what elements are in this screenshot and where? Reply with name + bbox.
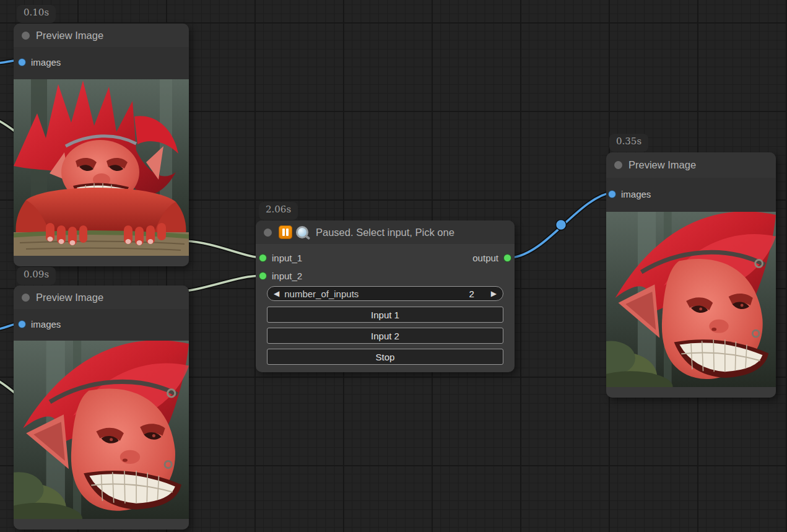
- increment-arrow-icon[interactable]: ▶: [491, 290, 497, 297]
- node-titlebar[interactable]: Paused. Select input, Pick one: [256, 220, 515, 244]
- slot-dot-images[interactable]: [18, 58, 26, 66]
- slot-label: images: [31, 57, 61, 68]
- slot-label: output: [472, 253, 498, 263]
- slot-dot-input-1[interactable]: [259, 254, 267, 262]
- node-graph-canvas[interactable]: 0.10s Preview Image images 0.09s Preview…: [0, 0, 787, 532]
- node-footer: [14, 519, 189, 530]
- widget-name: number_of_inputs: [284, 289, 359, 299]
- execution-time-badge: 2.06s: [259, 202, 298, 220]
- node-preview-image-3[interactable]: 0.35s Preview Image images: [606, 152, 776, 398]
- pause-icon: [279, 225, 292, 239]
- input-slot-images[interactable]: images: [606, 185, 776, 203]
- input-slot-images[interactable]: images: [14, 53, 189, 71]
- preview-thumbnail: [14, 79, 189, 256]
- wire-into-input-1[interactable]: [186, 241, 263, 258]
- node-title: Preview Image: [36, 30, 103, 41]
- wire-output-to-preview-3[interactable]: [511, 192, 614, 258]
- node-titlebar[interactable]: Preview Image: [606, 152, 776, 178]
- slot-dot-images[interactable]: [608, 190, 616, 198]
- execution-time-badge: 0.10s: [17, 5, 56, 23]
- preview-thumbnail: [14, 341, 189, 519]
- input-1-button[interactable]: Input 1: [267, 307, 503, 323]
- slot-label: images: [621, 189, 651, 199]
- node-title: Paused. Select input, Pick one: [316, 227, 454, 238]
- stop-button[interactable]: Stop: [267, 349, 503, 365]
- node-footer: [606, 387, 776, 398]
- widget-value: 2: [469, 289, 490, 299]
- collapse-dot[interactable]: [22, 294, 30, 302]
- link-midpoint-dot[interactable]: [556, 220, 567, 230]
- number-of-inputs-widget[interactable]: ◀ number_of_inputs 2 ▶: [267, 286, 503, 301]
- collapse-dot[interactable]: [614, 161, 622, 169]
- slot-dot-input-2[interactable]: [259, 272, 267, 280]
- execution-time-badge: 0.09s: [17, 267, 56, 285]
- wire-into-input-2[interactable]: [186, 276, 263, 291]
- collapse-dot[interactable]: [264, 229, 272, 237]
- node-title: Preview Image: [628, 159, 696, 171]
- decrement-arrow-icon[interactable]: ◀: [274, 290, 279, 297]
- node-footer: [14, 256, 189, 266]
- node-titlebar[interactable]: Preview Image: [14, 24, 189, 47]
- collapse-dot[interactable]: [22, 32, 30, 40]
- slot-label: images: [31, 319, 61, 329]
- input-2-button[interactable]: Input 2: [267, 328, 503, 344]
- node-title: Preview Image: [36, 292, 103, 303]
- node-pick-input[interactable]: 2.06s Paused. Select input, Pick one inp…: [256, 220, 515, 372]
- node-preview-image-2[interactable]: 0.09s Preview Image images: [14, 286, 189, 530]
- node-titlebar[interactable]: Preview Image: [14, 286, 189, 309]
- output-slot[interactable]: output: [469, 249, 511, 266]
- input-slot-images[interactable]: images: [14, 315, 189, 333]
- execution-time-badge: 0.35s: [609, 134, 648, 152]
- slot-label: input_1: [272, 253, 302, 263]
- input-slot-input-1[interactable]: input_1: [256, 249, 302, 266]
- slot-dot-output[interactable]: [503, 254, 511, 262]
- slot-label: input_2: [272, 271, 302, 281]
- preview-thumbnail: [606, 212, 776, 387]
- node-preview-image-1[interactable]: 0.10s Preview Image images: [14, 24, 189, 266]
- slot-dot-images[interactable]: [18, 320, 26, 328]
- input-slot-input-2[interactable]: input_2: [256, 267, 302, 284]
- magnifier-icon: [295, 225, 310, 240]
